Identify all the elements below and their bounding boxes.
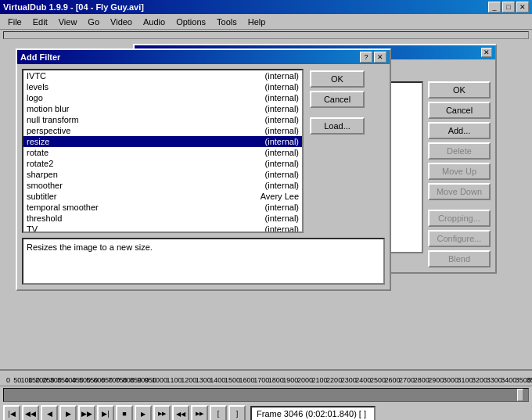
add-button[interactable]: Add... <box>428 122 491 139</box>
ruler-mark: 1500 <box>225 376 240 384</box>
filter-type: (internal) <box>265 137 299 146</box>
filter-type: Avery Lee <box>261 192 299 201</box>
filter-name: temporal smoother <box>27 203 136 212</box>
menu-tools[interactable]: Tools <box>212 16 242 28</box>
play-button[interactable]: ▶ <box>135 405 152 420</box>
timeline-track[interactable] <box>3 388 529 402</box>
menu-help[interactable]: Help <box>243 16 271 28</box>
filter-type: (internal) <box>265 159 299 168</box>
play-noaudio-button[interactable]: ▶▶ <box>153 405 171 420</box>
stop-button[interactable]: ■ <box>116 405 133 420</box>
ruler-mark: 1400 <box>210 376 225 384</box>
scan-left-button[interactable]: ◀◀ <box>172 405 189 420</box>
dialog-cancel-button[interactable]: Cancel <box>310 91 365 108</box>
menu-options[interactable]: Options <box>171 16 210 28</box>
main-window-title: VirtualDub 1.9.9 - [04 - Fly Guy.avi] <box>3 2 144 12</box>
list-item[interactable]: null transform(internal) <box>23 114 302 125</box>
ruler-mark: 2900 <box>428 376 444 384</box>
ruler-mark: 2000 <box>297 376 313 384</box>
ruler-mark: 1000 <box>152 376 167 384</box>
minimize-button[interactable]: _ <box>488 2 501 13</box>
add-filter-title-bar: Add Filter ? ✕ <box>17 50 390 64</box>
filter-name: resize <box>27 137 136 146</box>
dialog-close-button[interactable]: ✕ <box>374 52 386 63</box>
ruler-mark: 2600 <box>385 376 401 384</box>
list-item[interactable]: sharpen(internal) <box>23 169 302 180</box>
filter-type: (internal) <box>265 93 299 102</box>
list-item[interactable]: perspective(internal) <box>23 125 302 136</box>
ruler-mark: 1900 <box>282 376 298 384</box>
filter-type: (internal) <box>265 104 299 113</box>
list-item[interactable]: threshold(internal) <box>23 213 302 224</box>
ruler-mark: 1200 <box>181 376 196 384</box>
close-button[interactable]: ✕ <box>516 2 529 13</box>
menu-file[interactable]: File <box>3 16 27 28</box>
cropping-button[interactable]: Cropping... <box>428 210 491 227</box>
list-item[interactable]: logo(internal) <box>23 92 302 103</box>
maximize-button[interactable]: □ <box>502 2 515 13</box>
filter-type: (internal) <box>265 170 299 179</box>
list-item[interactable]: resize(internal) <box>23 136 302 147</box>
move-down-button[interactable]: Move Down <box>428 183 491 200</box>
next-frame-button[interactable]: ▶ <box>59 405 77 420</box>
filter-listbox[interactable]: IVTC(internal)levels(internal)logo(inter… <box>22 69 304 233</box>
filter-name: smoother <box>27 181 136 190</box>
ruler-mark: 3200 <box>472 376 487 384</box>
prev-frame-button[interactable]: ◀ <box>41 405 58 420</box>
dialog-title-buttons: ? ✕ <box>360 52 386 63</box>
ruler-mark: 1700 <box>253 376 269 384</box>
dialog-ok-button[interactable]: OK <box>310 70 365 88</box>
dialog-help-button[interactable]: ? <box>360 52 372 63</box>
filter-name: sharpen <box>27 170 136 179</box>
list-item[interactable]: levels(internal) <box>23 81 302 92</box>
filters-close-button[interactable]: ✕ <box>481 48 492 57</box>
ruler-mark: 2300 <box>341 376 357 384</box>
cancel-button[interactable]: Cancel <box>428 102 491 119</box>
frame-info: Frame 3046 (0:02:01.840) [ ] <box>250 406 376 420</box>
configure-button[interactable]: Configure... <box>428 230 491 247</box>
menu-go[interactable]: Go <box>83 16 104 28</box>
filter-type: (internal) <box>265 71 299 81</box>
ruler-mark: 3000 <box>443 376 458 384</box>
menu-edit[interactable]: Edit <box>28 16 52 28</box>
mark-out-button[interactable]: ] <box>228 405 246 420</box>
menu-video[interactable]: Video <box>106 16 137 28</box>
next-key-button[interactable]: ▶▶ <box>78 405 95 420</box>
filter-type: (internal) <box>265 115 299 124</box>
top-scrollbar[interactable] <box>3 31 529 39</box>
list-item[interactable]: subtitlerAvery Lee <box>23 191 302 202</box>
add-filter-dialog-title: Add Filter <box>20 52 60 62</box>
filter-type: (internal) <box>265 224 299 233</box>
list-item[interactable]: smoother(internal) <box>23 180 302 191</box>
list-item[interactable]: TV(internal) <box>23 224 302 233</box>
goto-start-button[interactable]: |◀ <box>3 405 20 420</box>
list-item[interactable]: temporal smoother(internal) <box>23 202 302 213</box>
mark-in-button[interactable]: [ <box>210 405 227 420</box>
ruler-mark: 1800 <box>268 376 284 384</box>
timeline-position-marker[interactable] <box>517 389 523 401</box>
dialog-load-button[interactable]: Load... <box>310 117 365 135</box>
goto-end-button[interactable]: ▶| <box>97 405 114 420</box>
prev-key-button[interactable]: ◀◀ <box>22 405 39 420</box>
menu-view[interactable]: View <box>54 16 82 28</box>
filter-name: threshold <box>27 214 136 223</box>
ok-button[interactable]: OK <box>428 81 491 99</box>
filter-type: (internal) <box>265 214 299 223</box>
move-up-button[interactable]: Move Up <box>428 163 491 180</box>
scan-right-button[interactable]: ▶▶ <box>191 405 208 420</box>
list-item[interactable]: rotate2(internal) <box>23 158 302 169</box>
ruler-mark: 3100 <box>457 376 473 384</box>
list-item[interactable]: rotate(internal) <box>23 147 302 158</box>
menu-audio[interactable]: Audio <box>138 16 170 28</box>
filter-name: logo <box>27 93 136 102</box>
ruler-mark: 3400 <box>501 376 516 384</box>
ruler-mark: 1600 <box>239 376 255 384</box>
ruler-mark: 2200 <box>326 376 342 384</box>
filter-name: motion blur <box>27 104 136 113</box>
blend-button[interactable]: Blend <box>428 250 491 267</box>
dialog-body: IVTC(internal)levels(internal)logo(inter… <box>17 64 390 238</box>
list-item[interactable]: IVTC(internal) <box>23 70 302 81</box>
list-item[interactable]: motion blur(internal) <box>23 103 302 114</box>
filter-name: rotate <box>27 148 136 157</box>
delete-button[interactable]: Delete <box>428 142 491 160</box>
